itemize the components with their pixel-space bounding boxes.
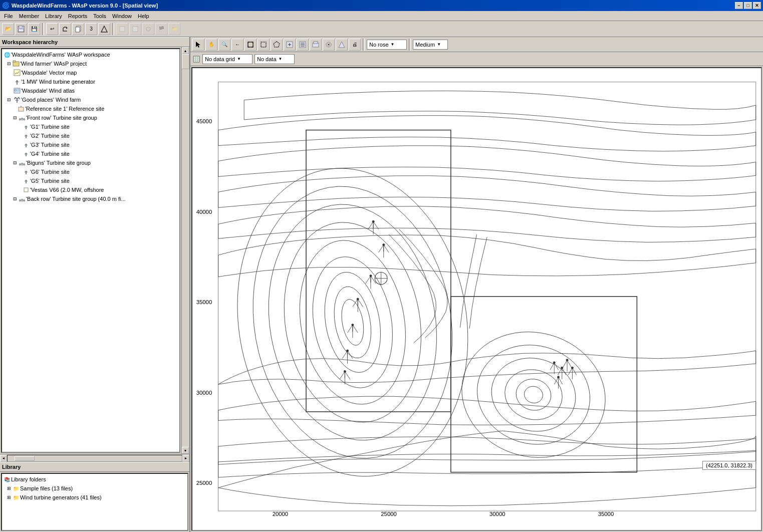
map-container[interactable]: 45000 40000 35000 30000 25000 20000 2500… bbox=[191, 67, 762, 531]
samples-icon: 📁 bbox=[12, 484, 20, 492]
cursor-tool[interactable] bbox=[192, 39, 204, 51]
tree-label: 'Reference site 1' Reference site bbox=[25, 106, 104, 112]
workspace-title: Workspace hierarchy bbox=[2, 39, 58, 45]
tree-item-workspace[interactable]: 🌐 'WaspdaleWindFarms' WAsP workspace bbox=[3, 50, 178, 59]
library-title: Library bbox=[2, 464, 21, 470]
svg-rect-61 bbox=[248, 42, 253, 47]
tree-item-refsite[interactable]: 'Reference site 1' Reference site bbox=[3, 104, 178, 113]
save-btn[interactable]: 💾 bbox=[28, 23, 40, 35]
copy-btn[interactable] bbox=[72, 23, 84, 35]
folder-btn[interactable]: 📁 bbox=[168, 23, 180, 35]
svg-text:45000: 45000 bbox=[196, 118, 212, 124]
pan-tool[interactable]: ✋ bbox=[205, 39, 217, 51]
calc-btn[interactable] bbox=[116, 23, 128, 35]
menu-reports[interactable]: Reports bbox=[65, 12, 91, 20]
calc3-btn[interactable] bbox=[142, 23, 154, 35]
hscroll-left[interactable]: ◄ bbox=[0, 455, 7, 462]
sitegroup-icon bbox=[18, 114, 26, 122]
hscroll-track[interactable] bbox=[7, 455, 182, 462]
library-root[interactable]: 📚 Library folders bbox=[3, 475, 186, 484]
project-icon bbox=[12, 60, 20, 68]
menu-file[interactable]: File bbox=[1, 12, 16, 20]
sep4 bbox=[409, 39, 411, 51]
calc2-btn[interactable] bbox=[129, 23, 141, 35]
tree-vscroll[interactable]: ▲ ▼ bbox=[181, 47, 189, 454]
redo-btn[interactable] bbox=[59, 23, 71, 35]
undo-btn[interactable]: ↩ bbox=[46, 23, 58, 35]
menu-window[interactable]: Window bbox=[109, 12, 135, 20]
tree-item-vestas[interactable]: 'Vestas V66 (2.0 MW, offshore bbox=[3, 185, 178, 194]
tree-item-g1[interactable]: 'G1' Turbine site bbox=[3, 122, 178, 131]
toggle-tool4[interactable] bbox=[323, 39, 335, 51]
tree-item-g2[interactable]: 'G2' Turbine site bbox=[3, 131, 178, 140]
zoom-extent-tool[interactable] bbox=[244, 39, 257, 51]
tree-item-turbgen[interactable]: '1 MW' Wind turbine generator bbox=[3, 77, 178, 86]
data-dropdown[interactable]: No data ▼ bbox=[255, 54, 295, 64]
tool3-btn[interactable]: 3 bbox=[85, 23, 97, 35]
hscroll-thumb[interactable] bbox=[15, 456, 35, 461]
vscroll-thumb[interactable] bbox=[182, 54, 189, 69]
hscroll-right[interactable]: ► bbox=[182, 455, 189, 462]
tree-item-g3[interactable]: 'G3' Turbine site bbox=[3, 140, 178, 149]
main-toolbar: 📂 💾 ↩ 3 🏴 📁 bbox=[0, 21, 763, 37]
menu-tools[interactable]: Tools bbox=[90, 12, 109, 20]
tree-label: Library folders bbox=[11, 476, 46, 482]
svg-rect-26 bbox=[19, 107, 24, 111]
toggle-tool5[interactable] bbox=[336, 39, 348, 51]
workspace-tree[interactable]: 🌐 'WaspdaleWindFarms' WAsP workspace ⊟ '… bbox=[1, 48, 180, 453]
biguns-icon bbox=[18, 159, 26, 167]
minimize-btn[interactable]: − bbox=[735, 2, 743, 9]
tree-item-frontrow[interactable]: ⊟ 'Front row' Turbine site group bbox=[3, 113, 178, 122]
tool4-btn[interactable] bbox=[98, 23, 110, 35]
tree-label: Wind turbine generators (41 files) bbox=[20, 494, 102, 500]
tree-label: 'WaspdaleWindFarms' WAsP workspace bbox=[11, 52, 110, 58]
toggle-tool3[interactable] bbox=[310, 39, 322, 51]
svg-text:35000: 35000 bbox=[196, 299, 212, 305]
poly-select-tool[interactable] bbox=[271, 39, 283, 51]
tree-label: 'Back row' Turbine site group (40.0 m fi… bbox=[26, 196, 126, 202]
tree-hscroll[interactable]: ◄ ► bbox=[0, 454, 189, 462]
scale-arrow: ▼ bbox=[437, 42, 441, 47]
tree-item-g6[interactable]: 'G6' Turbine site bbox=[3, 167, 178, 176]
menu-library[interactable]: Library bbox=[42, 12, 65, 20]
library-wtg[interactable]: ⊞ 📁 Wind turbine generators (41 files) bbox=[3, 493, 186, 502]
tree-item-atlas[interactable]: 'Waspdale' Wind atlas bbox=[3, 86, 178, 95]
tree-item-backrow[interactable]: ⊟ 'Back row' Turbine site group (40.0 m … bbox=[3, 194, 178, 203]
flag-btn[interactable]: 🏴 bbox=[155, 23, 167, 35]
sep2 bbox=[112, 23, 114, 35]
grid-dropdown[interactable]: No data grid ▼ bbox=[202, 54, 252, 64]
print-btn[interactable]: 🖨 bbox=[349, 39, 361, 51]
toggle-tool1[interactable] bbox=[284, 39, 296, 51]
workspace-icon: 🌐 bbox=[3, 51, 11, 59]
tree-item-biguns[interactable]: ⊟ 'Biguns' Turbine site group bbox=[3, 158, 178, 167]
scale-dropdown[interactable]: Medium ▼ bbox=[413, 40, 448, 50]
scale-label: Medium bbox=[415, 42, 435, 48]
open-btn[interactable]: 📂 bbox=[2, 23, 14, 35]
turbine-icon-g4 bbox=[22, 150, 30, 158]
library-samples[interactable]: ⊞ 📁 Sample files (13 files) bbox=[3, 484, 186, 493]
tree-item-g4[interactable]: 'G4' Turbine site bbox=[3, 149, 178, 158]
menu-member[interactable]: Member bbox=[16, 12, 42, 20]
vscroll-down[interactable]: ▼ bbox=[182, 447, 189, 454]
tree-item-windfarm[interactable]: ⊟ 'Good places' Wind farm bbox=[3, 95, 178, 104]
rect-select-tool[interactable] bbox=[258, 39, 270, 51]
expand-samples: ⊞ bbox=[7, 486, 12, 491]
zoom-tool[interactable]: 🔍 bbox=[218, 39, 230, 51]
rose-dropdown[interactable]: No rose ▼ bbox=[367, 40, 407, 50]
tree-item-vectormap[interactable]: 'Waspdale' Vector map bbox=[3, 68, 178, 77]
tree-item-g5[interactable]: 'G5' Turbine site bbox=[3, 176, 178, 185]
save-group-btn[interactable] bbox=[15, 23, 27, 35]
library-tree[interactable]: 📚 Library folders ⊞ 📁 Sample files (13 f… bbox=[1, 473, 188, 531]
vscroll-track[interactable] bbox=[182, 54, 189, 447]
svg-text:30000: 30000 bbox=[196, 390, 212, 396]
maximize-btn[interactable]: □ bbox=[744, 2, 752, 9]
toggle-tool2[interactable] bbox=[297, 39, 309, 51]
tree-item-project[interactable]: ⊟ 'Wind farmer' WAsP project bbox=[3, 59, 178, 68]
title-bar: 🌀 WaspdaleWindFarms - WAsP version 9.0 -… bbox=[0, 0, 763, 11]
expand-frontrow: ⊟ bbox=[13, 115, 18, 120]
library-panel: Library 📚 Library folders ⊞ 📁 Sample fil… bbox=[0, 462, 189, 532]
close-btn[interactable]: ✕ bbox=[753, 2, 761, 9]
menu-help[interactable]: Help bbox=[135, 12, 152, 20]
back-tool[interactable]: ← bbox=[231, 39, 243, 51]
vscroll-up[interactable]: ▲ bbox=[182, 47, 189, 54]
